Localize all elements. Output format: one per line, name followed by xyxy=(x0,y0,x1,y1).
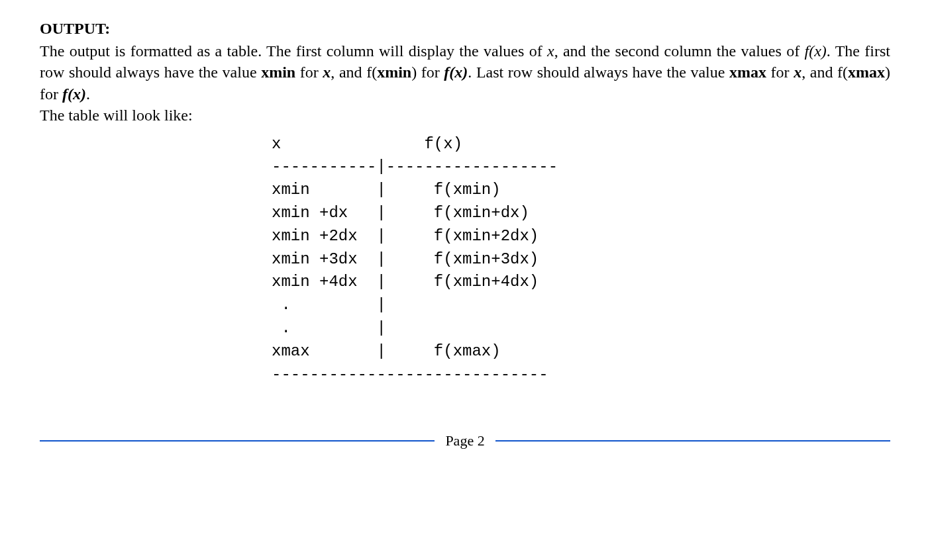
output-heading: OUTPUT: xyxy=(40,20,890,38)
text-segment: ) for xyxy=(411,64,444,81)
page-number: Page 2 xyxy=(445,432,484,449)
var-x: x xyxy=(794,64,801,81)
footer-rule-right xyxy=(495,440,890,442)
text-segment: . Last row should always have the value xyxy=(468,64,729,81)
page-footer: Page 2 xyxy=(40,432,890,449)
ascii-table: x f(x) -----------|------------------ xm… xyxy=(272,133,890,387)
text-segment: , and f( xyxy=(331,64,377,81)
var-x: x xyxy=(323,64,331,81)
footer-rule-left xyxy=(40,440,435,442)
text-segment: , and f( xyxy=(801,64,848,81)
kw-xmax: xmax xyxy=(848,64,885,81)
var-x: x xyxy=(547,42,554,60)
var-fx: f(x) xyxy=(62,85,86,103)
text-segment: , and the second column the values of xyxy=(554,42,805,60)
table-intro: The table will look like: xyxy=(40,105,890,126)
text-segment: The output is formatted as a table. The … xyxy=(40,42,547,60)
text-segment: . xyxy=(86,85,90,103)
text-segment: for xyxy=(766,64,794,81)
kw-xmin: xmin xyxy=(261,64,295,81)
text-segment: for xyxy=(295,64,323,81)
var-fx: f(x) xyxy=(444,64,468,81)
kw-xmin: xmin xyxy=(377,64,411,81)
kw-xmax: xmax xyxy=(729,64,766,81)
output-paragraph: The output is formatted as a table. The … xyxy=(40,40,890,105)
var-fx: f(x) xyxy=(804,42,826,60)
